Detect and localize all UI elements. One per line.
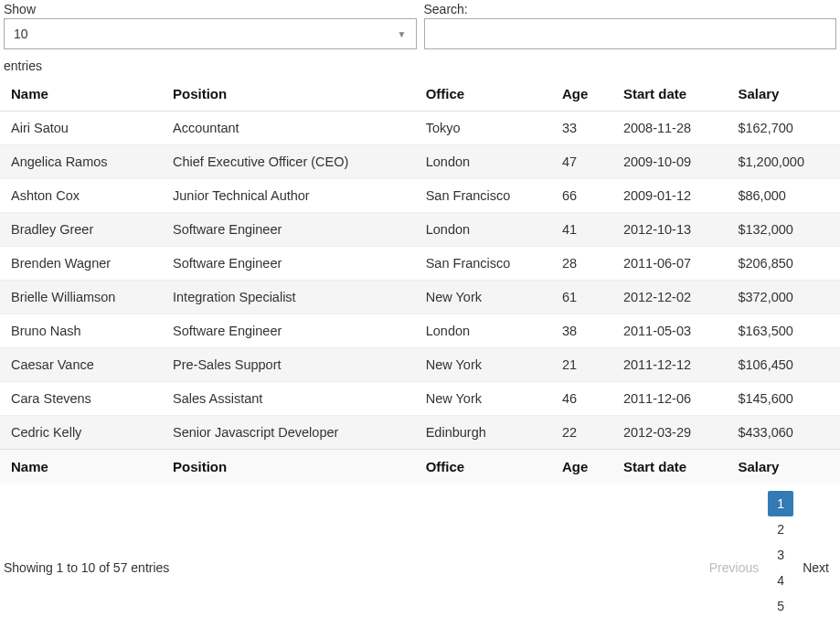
cell-salary: $162,700	[727, 112, 840, 145]
cell-age: 22	[551, 416, 612, 450]
cell-position: Software Engineer	[162, 213, 415, 247]
cell-office: San Francisco	[415, 179, 551, 213]
cell-age: 61	[551, 281, 612, 314]
prev-button[interactable]: Previous	[702, 555, 766, 580]
cell-office: New York	[415, 281, 551, 314]
cell-salary: $86,000	[727, 179, 840, 213]
cell-age: 33	[551, 112, 612, 145]
table-row: Brielle WilliamsonIntegration Specialist…	[0, 281, 840, 314]
cell-start_date: 2011-12-06	[612, 382, 728, 416]
cell-name: Cara Stevens	[0, 382, 162, 416]
page-size-value: 10	[14, 27, 28, 41]
table-row: Ashton CoxJunior Technical AuthorSan Fra…	[0, 179, 840, 213]
cell-position: Pre-Sales Support	[162, 348, 415, 382]
col-footer-start-date: Start date	[612, 450, 728, 484]
cell-position: Software Engineer	[162, 247, 415, 281]
entries-label: entries	[0, 51, 840, 77]
cell-start_date: 2012-12-02	[612, 281, 728, 314]
cell-age: 38	[551, 314, 612, 348]
cell-start_date: 2011-05-03	[612, 314, 728, 348]
cell-salary: $132,000	[727, 213, 840, 247]
cell-position: Sales Assistant	[162, 382, 415, 416]
col-header-name[interactable]: Name	[0, 77, 162, 112]
cell-name: Cedric Kelly	[0, 416, 162, 450]
cell-position: Chief Executive Officer (CEO)	[162, 145, 415, 179]
page-button-1[interactable]: 1	[768, 491, 793, 516]
data-table: Name Position Office Age Start date Sala…	[0, 77, 840, 484]
cell-salary: $433,060	[727, 416, 840, 450]
cell-office: New York	[415, 382, 551, 416]
cell-start_date: 2012-03-29	[612, 416, 728, 450]
cell-start_date: 2008-11-28	[612, 112, 728, 145]
cell-position: Accountant	[162, 112, 415, 145]
cell-office: New York	[415, 348, 551, 382]
cell-office: London	[415, 314, 551, 348]
cell-salary: $163,500	[727, 314, 840, 348]
show-label: Show	[4, 2, 417, 16]
table-row: Cedric KellySenior Javascript DeveloperE…	[0, 416, 840, 450]
pagination: Previous 123456 Next	[702, 491, 836, 617]
page-button-5[interactable]: 5	[768, 593, 793, 617]
cell-name: Bruno Nash	[0, 314, 162, 348]
cell-name: Ashton Cox	[0, 179, 162, 213]
table-row: Brenden WagnerSoftware EngineerSan Franc…	[0, 247, 840, 281]
cell-position: Junior Technical Author	[162, 179, 415, 213]
cell-start_date: 2011-06-07	[612, 247, 728, 281]
table-row: Bradley GreerSoftware EngineerLondon4120…	[0, 213, 840, 247]
page-button-3[interactable]: 3	[768, 542, 793, 568]
cell-name: Angelica Ramos	[0, 145, 162, 179]
col-header-position[interactable]: Position	[162, 77, 415, 112]
table-row: Airi SatouAccountantTokyo332008-11-28$16…	[0, 112, 840, 145]
page-size-select[interactable]: 10 ▼	[4, 18, 417, 49]
col-header-start-date[interactable]: Start date	[612, 77, 728, 112]
cell-age: 21	[551, 348, 612, 382]
search-input[interactable]	[424, 18, 837, 49]
page-button-2[interactable]: 2	[768, 516, 793, 542]
cell-age: 28	[551, 247, 612, 281]
table-row: Caesar VancePre-Sales SupportNew York212…	[0, 348, 840, 382]
cell-name: Airi Satou	[0, 112, 162, 145]
cell-start_date: 2009-10-09	[612, 145, 728, 179]
cell-age: 66	[551, 179, 612, 213]
cell-name: Caesar Vance	[0, 348, 162, 382]
cell-office: Edinburgh	[415, 416, 551, 450]
cell-name: Brenden Wagner	[0, 247, 162, 281]
cell-age: 41	[551, 213, 612, 247]
chevron-down-icon: ▼	[398, 29, 407, 39]
cell-salary: $106,450	[727, 348, 840, 382]
cell-office: London	[415, 213, 551, 247]
cell-position: Integration Specialist	[162, 281, 415, 314]
cell-office: San Francisco	[415, 247, 551, 281]
table-info: Showing 1 to 10 of 57 entries	[4, 560, 702, 575]
cell-name: Bradley Greer	[0, 213, 162, 247]
col-header-age[interactable]: Age	[551, 77, 612, 112]
cell-age: 47	[551, 145, 612, 179]
cell-salary: $145,600	[727, 382, 840, 416]
col-header-salary[interactable]: Salary	[727, 77, 840, 112]
table-row: Cara StevensSales AssistantNew York46201…	[0, 382, 840, 416]
table-row: Bruno NashSoftware EngineerLondon382011-…	[0, 314, 840, 348]
col-footer-name: Name	[0, 450, 162, 484]
col-header-office[interactable]: Office	[415, 77, 551, 112]
page-button-4[interactable]: 4	[768, 568, 793, 593]
cell-salary: $206,850	[727, 247, 840, 281]
col-footer-position: Position	[162, 450, 415, 484]
col-footer-age: Age	[551, 450, 612, 484]
cell-office: London	[415, 145, 551, 179]
col-footer-office: Office	[415, 450, 551, 484]
cell-start_date: 2012-10-13	[612, 213, 728, 247]
cell-office: Tokyo	[415, 112, 551, 145]
cell-position: Software Engineer	[162, 314, 415, 348]
cell-salary: $372,000	[727, 281, 840, 314]
cell-start_date: 2011-12-12	[612, 348, 728, 382]
cell-name: Brielle Williamson	[0, 281, 162, 314]
table-row: Angelica RamosChief Executive Officer (C…	[0, 145, 840, 179]
next-button[interactable]: Next	[795, 555, 836, 580]
cell-salary: $1,200,000	[727, 145, 840, 179]
col-footer-salary: Salary	[727, 450, 840, 484]
cell-position: Senior Javascript Developer	[162, 416, 415, 450]
cell-start_date: 2009-01-12	[612, 179, 728, 213]
cell-age: 46	[551, 382, 612, 416]
search-label: Search:	[424, 2, 837, 16]
